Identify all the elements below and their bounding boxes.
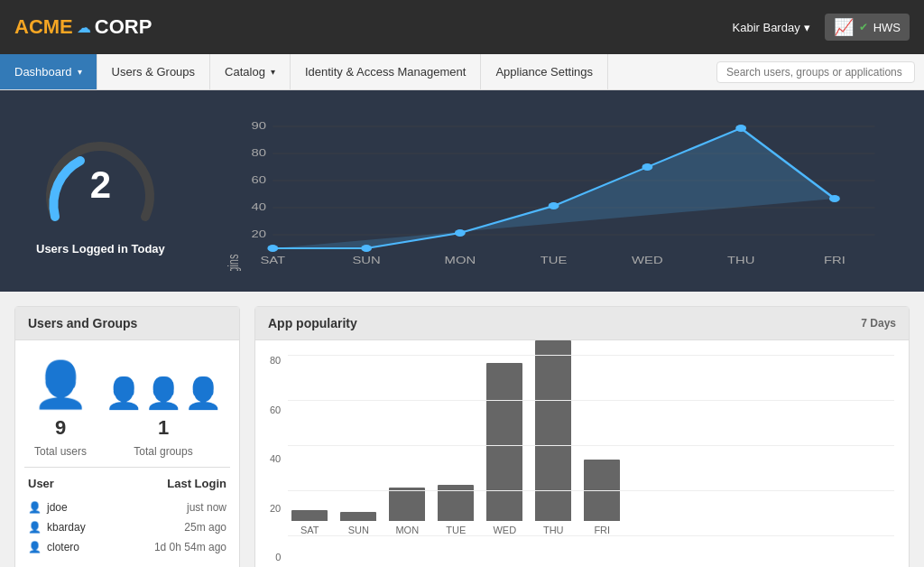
search-container [707, 54, 924, 89]
check-icon: ✔ [859, 21, 868, 33]
bar-sun-rect [340, 512, 376, 521]
col-user-header: User [28, 477, 54, 490]
total-groups-label: Total groups [134, 445, 192, 458]
table-row: 👤 clotero 1d 0h 54m ago [28, 537, 226, 557]
time-1: just now [187, 501, 226, 514]
table-row: 👤 jdoe just now [28, 497, 226, 517]
user-name: Kabir Barday [733, 21, 800, 34]
svg-point-16 [642, 163, 652, 171]
bar-tue-label: TUE [446, 525, 466, 535]
svg-point-18 [829, 195, 840, 202]
users-groups-header: Users and Groups [15, 307, 239, 340]
total-users-figure: 👤 9 Total users [32, 358, 88, 458]
gauge-value: 2 [90, 163, 111, 207]
bar-sat-rect [291, 510, 328, 521]
logo: ACME ☁ CORP [14, 15, 152, 39]
search-input[interactable] [716, 61, 915, 83]
logo-cloud-icon: ☁ [77, 19, 91, 36]
catalog-arrow-icon: ▾ [271, 67, 275, 77]
header-right: Kabir Barday ▾ 📈 ✔ HWS [733, 14, 910, 41]
ug-figures: 👤 9 Total users 👤 👤 👤 1 Total groups [15, 340, 239, 467]
nav-item-dashboard[interactable]: Dashboard ▾ [0, 54, 97, 89]
svg-text:TUE: TUE [541, 256, 568, 265]
group-icon-3: 👤 [184, 375, 222, 411]
bar-tue-rect [438, 485, 474, 521]
user-col: 👤 jdoe [28, 501, 68, 514]
nav-item-appliance[interactable]: Appliance Settings [481, 54, 608, 89]
login-chart: Logins 90 80 60 40 20 SA [219, 108, 888, 274]
svg-text:80: 80 [251, 148, 265, 158]
y-label-80: 80 [270, 355, 281, 366]
bar-mon-rect [389, 488, 425, 521]
svg-text:FRI: FRI [824, 256, 845, 265]
ug-table: User Last Login 👤 jdoe just now 👤 kbarda… [15, 468, 239, 566]
svg-point-12 [267, 245, 278, 252]
dashboard-panel: 2 Users Logged in Today Logins 90 80 60 … [0, 90, 924, 292]
svg-text:SAT: SAT [260, 256, 285, 265]
users-groups-card: Users and Groups 👤 9 Total users 👤 👤 👤 1… [14, 306, 240, 567]
bar-thu-label: THU [543, 525, 564, 535]
svg-text:60: 60 [251, 175, 265, 185]
y-label-40: 40 [270, 453, 281, 464]
y-axis: 80 60 40 20 0 [270, 355, 288, 562]
gauge-label: Users Logged in Today [36, 242, 165, 256]
hws-badge[interactable]: 📈 ✔ HWS [825, 14, 910, 41]
app-popularity-header: App popularity 7 Days [255, 307, 909, 340]
user-col: 👤 kbarday [28, 521, 86, 534]
bars-row: SAT SUN MON [288, 355, 894, 535]
user-row-icon-2: 👤 [28, 521, 42, 534]
svg-point-17 [735, 125, 746, 132]
bar-sat: SAT [291, 510, 328, 535]
user-col: 👤 clotero [28, 541, 79, 553]
logo-acme: ACME [14, 15, 73, 39]
user-info[interactable]: Kabir Barday ▾ [733, 21, 810, 34]
header: ACME ☁ CORP Kabir Barday ▾ 📈 ✔ HWS [0, 0, 924, 54]
gauge-wrapper: 2 [37, 126, 163, 235]
hws-label: HWS [873, 21, 901, 34]
svg-text:WED: WED [632, 256, 663, 265]
nav-item-iam[interactable]: Identity & Access Management [291, 54, 481, 89]
user-icon-large: 👤 [32, 358, 88, 411]
svg-text:90: 90 [251, 121, 265, 131]
app-popularity-card: App popularity 7 Days 80 60 40 20 0 [254, 306, 910, 567]
dashboard-arrow-icon: ▾ [78, 67, 82, 77]
nav-item-catalog[interactable]: Catalog ▾ [210, 54, 291, 89]
bar-mon-label: MON [395, 525, 419, 535]
group-icons: 👤 👤 👤 [105, 375, 222, 411]
user-row-icon-3: 👤 [28, 541, 42, 553]
group-icon-1: 👤 [105, 375, 143, 411]
ap-title: App popularity [268, 316, 357, 330]
bar-fri-label: FRI [594, 525, 610, 535]
svg-text:SUN: SUN [352, 256, 380, 265]
bar-tue: TUE [438, 485, 474, 535]
user-row-icon-1: 👤 [28, 501, 42, 514]
content-area: Users and Groups 👤 9 Total users 👤 👤 👤 1… [0, 292, 924, 567]
y-label-0: 0 [275, 552, 281, 562]
grid-line-5 [288, 535, 894, 536]
bar-sun: SUN [340, 512, 376, 535]
total-users-count: 9 [55, 416, 66, 440]
gauge-container: 2 Users Logged in Today [36, 126, 165, 256]
login-chart-svg: Logins 90 80 60 40 20 SA [219, 108, 888, 271]
svg-marker-11 [273, 128, 835, 248]
bar-sat-label: SAT [300, 525, 319, 535]
nav-item-users-groups[interactable]: Users & Groups [97, 54, 210, 89]
bar-fri: FRI [584, 460, 620, 535]
svg-text:40: 40 [251, 202, 265, 212]
total-groups-count: 1 [158, 416, 169, 440]
svg-point-15 [548, 202, 559, 209]
bar-wed-rect [486, 363, 522, 521]
y-label-60: 60 [270, 404, 281, 415]
svg-text:Logins: Logins [224, 255, 241, 271]
user-name-2: kbarday [47, 521, 86, 534]
svg-text:20: 20 [251, 229, 265, 239]
user-arrow-icon: ▾ [804, 21, 810, 34]
y-label-20: 20 [270, 503, 281, 514]
bar-fri-rect [584, 460, 620, 521]
bar-sun-label: SUN [348, 525, 369, 535]
svg-text:MON: MON [444, 256, 476, 265]
table-row: 👤 kbarday 25m ago [28, 517, 226, 537]
user-name-1: jdoe [47, 501, 68, 514]
user-name-3: clotero [47, 541, 79, 553]
total-groups-figure: 👤 👤 👤 1 Total groups [105, 375, 222, 458]
